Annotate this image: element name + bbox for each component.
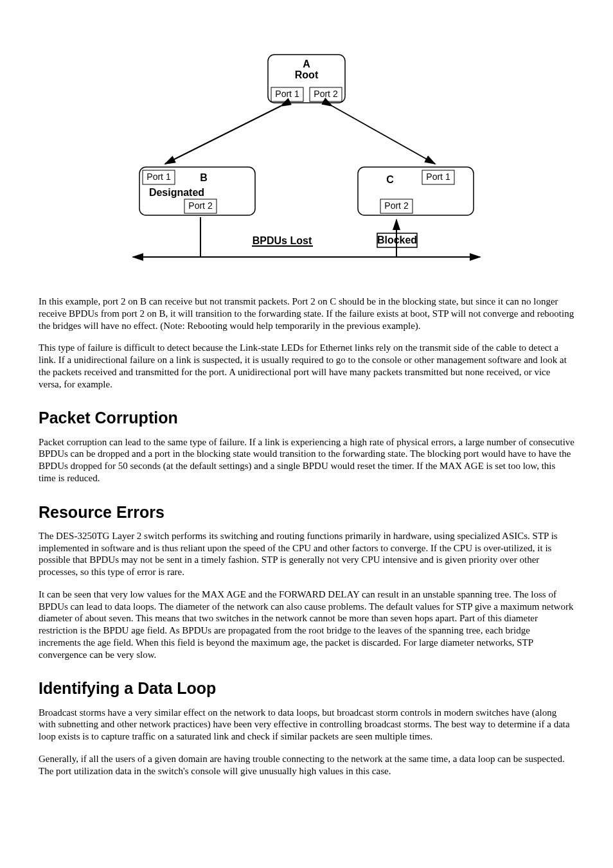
node-a-port2: Port 2 bbox=[314, 89, 338, 99]
paragraph-failure-detection: This type of failure is difficult to det… bbox=[39, 342, 574, 390]
svg-line-9 bbox=[165, 106, 281, 164]
svg-rect-6 bbox=[358, 167, 474, 215]
node-b-port1: Port 1 bbox=[147, 172, 171, 182]
node-a-sub: Root bbox=[295, 69, 319, 80]
paragraph-data-loop-2: Generally, if all the users of a given d… bbox=[39, 753, 574, 777]
node-c-port1: Port 1 bbox=[426, 172, 450, 182]
node-a-port1: Port 1 bbox=[275, 89, 299, 99]
paragraph-resource-errors-1: The DES-3250TG Layer 2 switch performs i… bbox=[39, 530, 574, 578]
heading-packet-corruption: Packet Corruption bbox=[39, 408, 574, 428]
node-c-label: C bbox=[386, 174, 394, 185]
node-a-label: A bbox=[303, 58, 310, 69]
node-c-port2: Port 2 bbox=[384, 200, 409, 211]
paragraph-data-loop-1: Broadcast storms have a very similar eff… bbox=[39, 707, 574, 743]
heading-resource-errors: Resource Errors bbox=[39, 502, 574, 522]
paragraph-resource-errors-2: It can be seen that very low values for … bbox=[39, 589, 574, 661]
bpdus-lost-label: BPDUs Lost bbox=[253, 235, 312, 246]
svg-line-10 bbox=[332, 106, 435, 164]
node-b-sub: Designated bbox=[149, 187, 204, 198]
node-b-port2: Port 2 bbox=[188, 200, 213, 211]
stp-topology-diagram: A Root Port 1 Port 2 Port 1 B Designated… bbox=[127, 51, 486, 283]
paragraph-packet-corruption: Packet corruption can lead to the same t… bbox=[39, 436, 574, 484]
heading-data-loop: Identifying a Data Loop bbox=[39, 678, 574, 698]
node-b-label: B bbox=[200, 172, 208, 183]
paragraph-example: In this example, port 2 on B can receive… bbox=[39, 296, 574, 332]
